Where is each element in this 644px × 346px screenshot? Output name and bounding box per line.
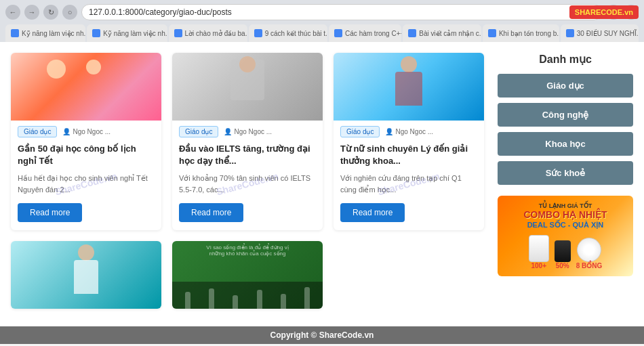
- back-button[interactable]: ←: [5, 5, 20, 20]
- copyright-text: Copyright © ShareCode.vn: [270, 330, 374, 340]
- post-card-1: Giáo dục 👤 Ngo Ngoc ... Gần 50 đại học c…: [11, 53, 161, 230]
- author-icon-2: 👤: [224, 128, 232, 135]
- post-image-1: [11, 53, 161, 121]
- ad-top-label: TỦ LẠNH GIÁ TỐT: [504, 202, 626, 209]
- tab-7[interactable]: 30 ĐIỀU SUY NGHĨ...: [561, 24, 639, 42]
- product-shape-1: [529, 235, 549, 262]
- ad-discount-2: 50%: [556, 262, 569, 269]
- logo-text: SHARECODE: [575, 8, 622, 16]
- logo-badge: SHARECODE.vn: [569, 5, 639, 19]
- post-meta-1: Giáo dục 👤 Ngo Ngoc ...: [11, 121, 161, 140]
- post-excerpt-1: Hầu hết đại học cho sinh viên nghỉ Tết N…: [11, 170, 161, 198]
- ad-product-3: 8 BỔNG: [576, 238, 603, 269]
- read-more-btn-1[interactable]: Read more: [18, 203, 82, 222]
- ad-product-2: 50%: [555, 240, 571, 269]
- author-name-2: Ngo Ngoc ...: [234, 128, 272, 135]
- forward-button[interactable]: →: [24, 5, 39, 20]
- ad-product-1: 100+: [529, 235, 549, 269]
- tab-5[interactable]: Bài viết cảm nhận c...: [403, 24, 481, 42]
- author-info-2: 👤 Ngo Ngoc ...: [224, 128, 272, 135]
- tab-bar: Kỹ năng làm việc nh...Kỹ năng làm việc n…: [5, 24, 639, 42]
- author-icon-3: 👤: [385, 128, 393, 135]
- category-btn-congnghe[interactable]: Công nghệ: [498, 103, 633, 127]
- author-info-3: 👤 Ngo Ngoc ...: [385, 128, 433, 135]
- logo-suffix: .vn: [622, 8, 633, 16]
- category-badge-2: Giáo dục: [179, 126, 218, 137]
- post-meta-2: Giáo dục 👤 Ngo Ngoc ...: [172, 121, 323, 140]
- ad-discount-3: 8 BỔNG: [576, 262, 603, 269]
- product-shape-3: [577, 238, 601, 262]
- posts-grid: Giáo dục 👤 Ngo Ngoc ... Gần 50 đại học c…: [11, 53, 484, 230]
- post-excerpt-3: Với nghiên cứu đáng trên tạp chí Q1 cùng…: [334, 170, 484, 198]
- post-title-3: Từ nữ sinh chuyên Lý đến giải thưởng kho…: [334, 140, 484, 170]
- tab-2[interactable]: Lời chào mở đầu ba...: [169, 24, 247, 42]
- post-card-3: Giáo dục 👤 Ngo Ngoc ... Từ nữ sinh chuyê…: [334, 53, 484, 230]
- post-image-3: [334, 53, 484, 121]
- post-image-2: [172, 53, 323, 121]
- main-content: Giáo dục 👤 Ngo Ngoc ... Gần 50 đại học c…: [11, 53, 484, 316]
- author-name-1: Ngo Ngoc ...: [73, 128, 110, 135]
- category-btn-khoahoc[interactable]: Khoa học: [498, 132, 633, 156]
- ad-products: 100+ 50% 8 BỔNG: [504, 235, 626, 269]
- page-footer: Copyright © ShareCode.vn: [0, 326, 644, 344]
- category-btn-suckhoe[interactable]: Sức khoẻ: [498, 161, 633, 185]
- post-card-2: Giáo dục 👤 Ngo Ngoc ... Đầu vào IELTS tă…: [172, 53, 323, 230]
- ad-discount-1: 100+: [531, 262, 546, 269]
- category-badge-1: Giáo dục: [18, 126, 57, 137]
- tab-1[interactable]: Kỹ năng làm việc nh...: [87, 24, 167, 42]
- read-more-btn-3[interactable]: Read more: [340, 203, 405, 222]
- ad-main-line2: DEAL SỐC - QUÀ XỊN: [504, 221, 626, 230]
- posts-grid-bottom: Vì sao sống điển là đủ để đứng vị những …: [11, 241, 484, 309]
- url-text: 127.0.0.1:8000/category/giao-duc/posts: [89, 7, 232, 17]
- post-title-1: Gần 50 đại học công bố lịch nghỉ Tết: [11, 140, 161, 170]
- read-more-btn-2[interactable]: Read more: [179, 203, 243, 222]
- reload-button[interactable]: ↻: [43, 5, 58, 20]
- author-info-1: 👤 Ngo Ngoc ...: [62, 128, 110, 135]
- author-icon-1: 👤: [62, 128, 71, 135]
- post-card-4: [11, 241, 161, 309]
- ad-main-line1: COMBO HẠ NHIỆT: [504, 209, 626, 221]
- sidebar-title: Danh mục: [498, 53, 633, 66]
- browser-chrome: ← → ↻ ○ 127.0.0.1:8000/category/giao-duc…: [0, 0, 644, 42]
- address-bar[interactable]: 127.0.0.1:8000/category/giao-duc/posts: [81, 4, 602, 20]
- tab-4[interactable]: Các hàm trong C++: [329, 24, 401, 42]
- post-card-5: Vì sao sống điển là đủ để đứng vị những …: [172, 241, 323, 309]
- author-name-3: Ngo Ngoc ...: [395, 128, 433, 135]
- tab-3[interactable]: 9 cách kết thúc bài t...: [249, 24, 327, 42]
- category-btn-giaoduc[interactable]: Giáo dục: [498, 74, 633, 98]
- product-shape-2: [555, 240, 571, 262]
- sidebar: Danh mục Giáo dục Công nghệ Khoa học Sức…: [498, 53, 633, 316]
- page-container: Giáo dục 👤 Ngo Ngoc ... Gần 50 đại học c…: [0, 42, 644, 326]
- tab-0[interactable]: Kỹ năng làm việc nh...: [5, 24, 85, 42]
- post-title-2: Đầu vào IELTS tăng, trường đại học dạy t…: [172, 140, 323, 170]
- ad-banner: TỦ LẠNH GIÁ TỐT COMBO HẠ NHIỆT DEAL SỐC …: [498, 196, 633, 276]
- post-image-5: Vì sao sống điển là đủ để đứng vị những …: [172, 241, 323, 309]
- tab-6[interactable]: Khi bạn tồn trong b...: [483, 24, 559, 42]
- post-image-4: [11, 241, 161, 309]
- post-excerpt-2: Với khoảng 70% tân sinh viên có IELTS 5.…: [172, 170, 323, 198]
- category-badge-3: Giáo dục: [340, 126, 380, 137]
- home-button[interactable]: ○: [62, 5, 77, 20]
- post-meta-3: Giáo dục 👤 Ngo Ngoc ...: [334, 121, 484, 140]
